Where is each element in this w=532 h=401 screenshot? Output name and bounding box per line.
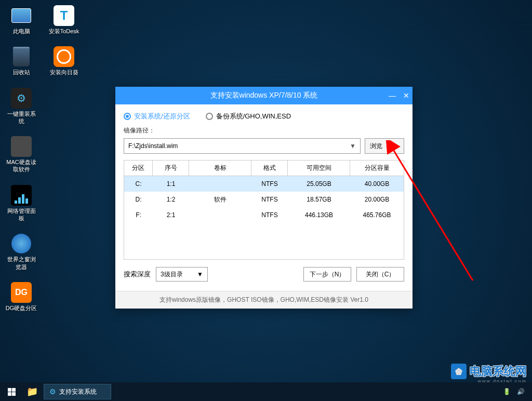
desktop-icon-recycle-bin[interactable]: 回收站 [5, 46, 37, 76]
tray-battery-icon[interactable]: 🔋 [503, 388, 511, 395]
next-button[interactable]: 下一步（N） [303, 267, 351, 282]
minimize-button[interactable]: — [389, 91, 396, 100]
col-capacity: 分区容量 [350, 161, 404, 176]
col-free: 可用空间 [288, 161, 350, 176]
radio-install-restore[interactable]: 安装系统/还原分区 [124, 112, 190, 121]
start-button[interactable] [2, 383, 21, 400]
col-volume: 卷标 [189, 161, 251, 176]
desktop-icon-this-pc[interactable]: 此电脑 [5, 5, 37, 35]
radio-checked-icon [124, 113, 131, 120]
dropdown-arrow-icon: ▼ [197, 271, 203, 278]
taskbar: 📁 ⚙ 支持安装系统 🔋 🔊 [0, 382, 532, 401]
dialog-title: 支持安装windows XP/7/8/10 系统 [210, 91, 318, 100]
col-index: 序号 [153, 161, 189, 176]
install-dialog: 支持安装windows XP/7/8/10 系统 — ✕ 安装系统/还原分区 备… [115, 87, 413, 309]
radio-backup-system[interactable]: 备份系统/GHO,WIN,ESD [206, 112, 291, 121]
desktop-icon-network-panel[interactable]: 网络管理面板 [5, 185, 37, 222]
image-path-label: 镜像路径： [124, 126, 404, 135]
desktop-icon-install-todesk[interactable]: T 安装ToDesk [48, 5, 80, 35]
tray-volume-icon[interactable]: 🔊 [517, 388, 525, 395]
desktop-icon-install-sunlogin[interactable]: 安装向日葵 [48, 46, 80, 76]
sunlogin-icon [54, 46, 74, 67]
desktop: 此电脑 回收站 一键重装系统 MAC硬盘读取软件 网络管理面板 世界之窗浏览器 [5, 5, 80, 312]
network-icon [11, 185, 32, 206]
watermark-logo-icon [451, 364, 467, 379]
recycle-bin-icon [11, 46, 32, 67]
image-path-dropdown[interactable]: F:\Zjds\install.wim ▼ [124, 138, 361, 154]
partition-table: 分区 序号 卷标 格式 可用空间 分区容量 C:1:1NTFS25.05GB40… [124, 160, 404, 260]
table-row[interactable]: C:1:1NTFS25.05GB40.00GB [124, 176, 404, 192]
col-partition: 分区 [124, 161, 153, 176]
mac-disk-icon [11, 136, 32, 157]
gear-icon: ⚙ [49, 387, 56, 396]
search-depth-label: 搜索深度 [124, 270, 151, 279]
dialog-footer-note: 支持windows原版镜像，GHOST ISO镜像，GHO,WIM,ESD镜像安… [115, 291, 413, 309]
browse-button[interactable]: 浏览（B） [365, 138, 404, 154]
watermark: 电脑系统网 [451, 364, 527, 379]
taskbar-task-install[interactable]: ⚙ 支持安装系统 [44, 384, 111, 399]
search-depth-select[interactable]: 3级目录 ▼ [156, 267, 208, 282]
table-row[interactable]: F:2:1NTFS446.13GB465.76GB [124, 207, 404, 223]
reinstall-icon [11, 88, 32, 109]
close-x-button[interactable]: ✕ [403, 91, 409, 100]
table-row[interactable]: D:1:2软件NTFS18.57GB20.00GB [124, 192, 404, 207]
desktop-icon-dg-partition[interactable]: DG DG硬盘分区 [5, 282, 37, 312]
col-format: 格式 [251, 161, 288, 176]
pc-icon [11, 5, 32, 26]
windows-logo-icon [8, 388, 16, 396]
radio-unchecked-icon [206, 113, 213, 120]
desktop-icon-reinstall-system[interactable]: 一键重装系统 [5, 88, 37, 125]
dropdown-arrow-icon: ▼ [350, 142, 356, 150]
globe-icon [11, 233, 32, 254]
todesk-icon: T [54, 5, 74, 26]
dg-icon: DG [11, 282, 32, 303]
desktop-icon-world-browser[interactable]: 世界之窗浏览器 [5, 233, 37, 271]
dialog-titlebar[interactable]: 支持安装windows XP/7/8/10 系统 — ✕ [115, 87, 413, 104]
desktop-icon-mac-disk[interactable]: MAC硬盘读取软件 [5, 136, 37, 173]
system-tray: 🔋 🔊 [503, 388, 530, 395]
taskbar-file-explorer[interactable]: 📁 [23, 383, 42, 400]
close-button[interactable]: 关闭（C） [356, 267, 404, 282]
